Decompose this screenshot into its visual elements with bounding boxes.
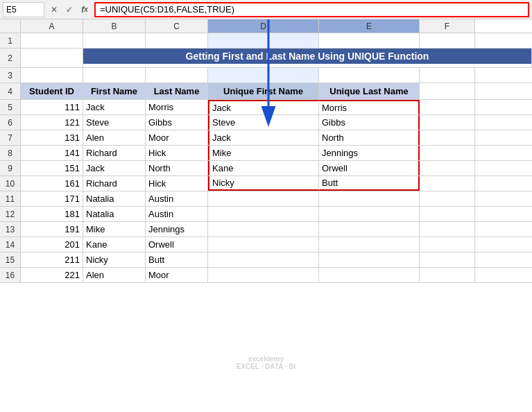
cell-b8[interactable]: 141 [21, 146, 83, 160]
cell-b12[interactable]: 181 [21, 207, 83, 221]
cell-g12[interactable] [420, 207, 475, 221]
cell-c13[interactable]: Mike [83, 222, 146, 237]
cell-d15[interactable]: Butt [146, 252, 208, 267]
cell-f5[interactable]: Morris [319, 100, 420, 114]
cell-f1[interactable] [420, 33, 475, 48]
cancel-icon[interactable]: ✕ [47, 3, 61, 17]
cell-d5[interactable]: Morris [146, 100, 208, 114]
header-lastname[interactable]: Last Name [146, 83, 208, 99]
cell-f8[interactable]: Jennings [319, 146, 420, 160]
cell-d13[interactable]: Jennings [146, 222, 208, 237]
cell-b6[interactable]: 121 [21, 115, 83, 130]
cell-b13[interactable]: 191 [21, 222, 83, 237]
cell-d3[interactable] [208, 68, 319, 83]
cell-e5[interactable]: Jack [208, 100, 319, 114]
col-header-f[interactable]: F [420, 19, 475, 33]
cell-b7[interactable]: 131 [21, 130, 83, 145]
cell-e11[interactable] [208, 191, 319, 206]
cell-f10[interactable]: Butt [319, 176, 420, 191]
cell-f16[interactable] [319, 268, 420, 282]
cell-d10[interactable]: Hick [146, 176, 208, 191]
cell-e7[interactable]: Jack [208, 130, 319, 145]
cell-c7[interactable]: Alen [83, 130, 146, 145]
cell-c5[interactable]: Jack [83, 100, 146, 114]
cell-b16[interactable]: 221 [21, 268, 83, 282]
cell-d6[interactable]: Gibbs [146, 115, 208, 130]
cell-f12[interactable] [319, 207, 420, 221]
cell-d14[interactable]: Orwell [146, 237, 208, 252]
confirm-icon[interactable]: ✓ [62, 3, 76, 17]
cell-b1[interactable] [83, 33, 146, 48]
col-header-d[interactable]: D [208, 19, 319, 33]
cell-g16[interactable] [420, 268, 475, 282]
formula-input[interactable]: =UNIQUE(C5:D16,FALSE,TRUE) [94, 2, 529, 17]
header-studentid[interactable]: Student ID [21, 83, 83, 99]
cell-e3[interactable] [319, 68, 420, 83]
cell-c9[interactable]: Jack [83, 161, 146, 175]
cell-f15[interactable] [319, 252, 420, 267]
cell-c16[interactable]: Alen [83, 268, 146, 282]
cell-c6[interactable]: Steve [83, 115, 146, 130]
cell-c12[interactable]: Natalia [83, 207, 146, 221]
cell-c15[interactable]: Nicky [83, 252, 146, 267]
cell-d16[interactable]: Moor [146, 268, 208, 282]
cell-a3[interactable] [21, 68, 83, 83]
cell-b5[interactable]: 111 [21, 100, 83, 114]
cell-d11[interactable]: Austin [146, 191, 208, 206]
cell-c14[interactable]: Kane [83, 237, 146, 252]
cell-d12[interactable]: Austin [146, 207, 208, 221]
cell-b3[interactable] [83, 68, 146, 83]
col-header-b[interactable]: B [83, 19, 146, 33]
cell-b9[interactable]: 151 [21, 161, 83, 175]
header-uniquelastname[interactable]: Unique Last Name [319, 83, 420, 99]
cell-c10[interactable]: Richard [83, 176, 146, 191]
cell-g5[interactable] [420, 100, 475, 114]
cell-e16[interactable] [208, 268, 319, 282]
cell-a2[interactable] [21, 49, 83, 67]
col-header-c[interactable]: C [146, 19, 208, 33]
cell-c1[interactable] [146, 33, 208, 48]
cell-d9[interactable]: North [146, 161, 208, 175]
name-box[interactable]: E5 [3, 2, 44, 17]
col-header-a[interactable]: A [21, 19, 83, 33]
cell-g7[interactable] [420, 130, 475, 145]
col-header-e[interactable]: E [319, 19, 420, 33]
cell-f14[interactable] [319, 237, 420, 252]
cell-b15[interactable]: 211 [21, 252, 83, 267]
cell-f4[interactable] [420, 83, 475, 99]
cell-g8[interactable] [420, 146, 475, 160]
cell-e9[interactable]: Kane [208, 161, 319, 175]
cell-c8[interactable]: Richard [83, 146, 146, 160]
cell-f11[interactable] [319, 191, 420, 206]
cell-b14[interactable]: 201 [21, 237, 83, 252]
insert-function-icon[interactable]: fx [78, 3, 92, 17]
cell-g15[interactable] [420, 252, 475, 267]
cell-g11[interactable] [420, 191, 475, 206]
cell-e6[interactable]: Steve [208, 115, 319, 130]
cell-e10[interactable]: Nicky [208, 176, 319, 191]
cell-e13[interactable] [208, 222, 319, 237]
cell-e8[interactable]: Mike [208, 146, 319, 160]
cell-b10[interactable]: 161 [21, 176, 83, 191]
cell-g14[interactable] [420, 237, 475, 252]
cell-g6[interactable] [420, 115, 475, 130]
cell-d7[interactable]: Moor [146, 130, 208, 145]
cell-f13[interactable] [319, 222, 420, 237]
cell-e14[interactable] [208, 237, 319, 252]
cell-f7[interactable]: North [319, 130, 420, 145]
header-uniquefirstname[interactable]: Unique First Name [208, 83, 319, 99]
cell-d1[interactable] [208, 33, 319, 48]
cell-g10[interactable] [420, 176, 475, 191]
cell-e1[interactable] [319, 33, 420, 48]
cell-c11[interactable]: Natalia [83, 191, 146, 206]
cell-g13[interactable] [420, 222, 475, 237]
cell-f6[interactable]: Gibbs [319, 115, 420, 130]
cell-b11[interactable]: 171 [21, 191, 83, 206]
header-firstname[interactable]: First Name [83, 83, 146, 99]
cell-a1[interactable] [21, 33, 83, 48]
cell-c3[interactable] [146, 68, 208, 83]
cell-g9[interactable] [420, 161, 475, 175]
cell-d8[interactable]: Hick [146, 146, 208, 160]
cell-e12[interactable] [208, 207, 319, 221]
cell-e15[interactable] [208, 252, 319, 267]
